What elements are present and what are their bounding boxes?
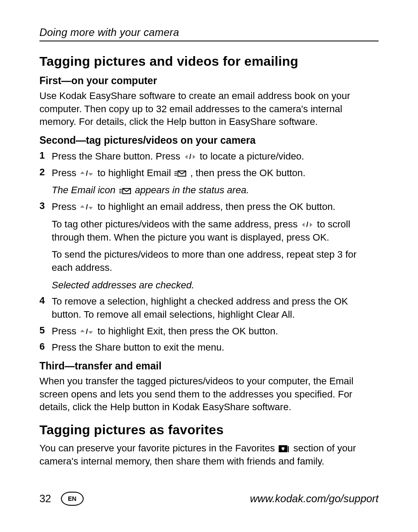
para-favorites-a: You can preserve your favorite pictures …	[39, 443, 277, 454]
language-badge: EN	[61, 492, 84, 506]
email-icon	[119, 188, 131, 195]
step-text: Press	[52, 326, 79, 337]
steps-list: 1 Press the Share button. Press to locat…	[39, 150, 379, 354]
step-note: appears in the status area.	[135, 184, 249, 195]
step-text: To send the pictures/videos to more than…	[52, 248, 379, 274]
step-2: 2 Press to highlight Email , then press …	[39, 167, 379, 197]
step-1: 1 Press the Share button. Press to locat…	[39, 150, 379, 163]
step-text: To tag other pictures/videos with the sa…	[52, 219, 300, 230]
step-note: The Email icon	[52, 184, 118, 195]
step-number: 5	[39, 325, 52, 336]
step-text: to highlight an email address, then pres…	[97, 201, 335, 212]
heading-first-computer: First—on your computer	[39, 75, 379, 87]
para-third-transfer: When you transfer the tagged pictures/vi…	[39, 375, 379, 414]
step-text: Press	[52, 201, 79, 212]
step-number: 3	[39, 200, 52, 212]
favorites-icon	[278, 445, 290, 453]
step-number: 6	[39, 341, 52, 352]
running-head: Doing more with your camera	[39, 26, 379, 42]
step-number: 1	[39, 150, 52, 161]
step-text: Press	[52, 167, 79, 178]
heading-tagging-email: Tagging pictures and videos for emailing	[39, 54, 379, 69]
step-5: 5 Press to highlight Exit, then press th…	[39, 325, 379, 338]
step-text: , then press the OK button.	[190, 167, 305, 178]
step-number: 4	[39, 295, 52, 306]
step-3: 3 Press to highlight an email address, t…	[39, 200, 379, 291]
step-text: Press the Share button to exit the menu.	[52, 341, 379, 354]
step-text: To remove a selection, highlight a check…	[52, 295, 379, 321]
heading-second-tag: Second—tag pictures/videos on your camer…	[39, 135, 379, 146]
left-right-nav-icon	[301, 221, 313, 228]
support-url: www.kodak.com/go/support	[250, 493, 379, 505]
left-right-nav-icon	[184, 153, 196, 160]
step-number: 2	[39, 167, 52, 178]
page-number: 32	[39, 493, 51, 505]
step-text: to highlight Exit, then press the OK but…	[97, 326, 278, 337]
step-4: 4 To remove a selection, highlight a che…	[39, 295, 379, 321]
step-text: to locate a picture/video.	[200, 151, 304, 162]
step-text: Press the Share button. Press	[52, 151, 183, 162]
step-note: Selected addresses are checked.	[52, 279, 379, 292]
up-down-nav-icon	[80, 204, 94, 211]
step-6: 6 Press the Share button to exit the men…	[39, 341, 379, 354]
para-favorites: You can preserve your favorite pictures …	[39, 442, 379, 468]
heading-favorites: Tagging pictures as favorites	[39, 422, 379, 437]
email-icon	[174, 170, 187, 177]
up-down-nav-icon	[80, 328, 94, 335]
heading-third-transfer: Third—transfer and email	[39, 360, 379, 372]
para-first-computer: Use Kodak EasyShare software to create a…	[39, 89, 379, 128]
page-footer: 32 EN www.kodak.com/go/support	[39, 492, 379, 506]
up-down-nav-icon	[80, 170, 94, 177]
step-text: to highlight Email	[97, 167, 174, 178]
